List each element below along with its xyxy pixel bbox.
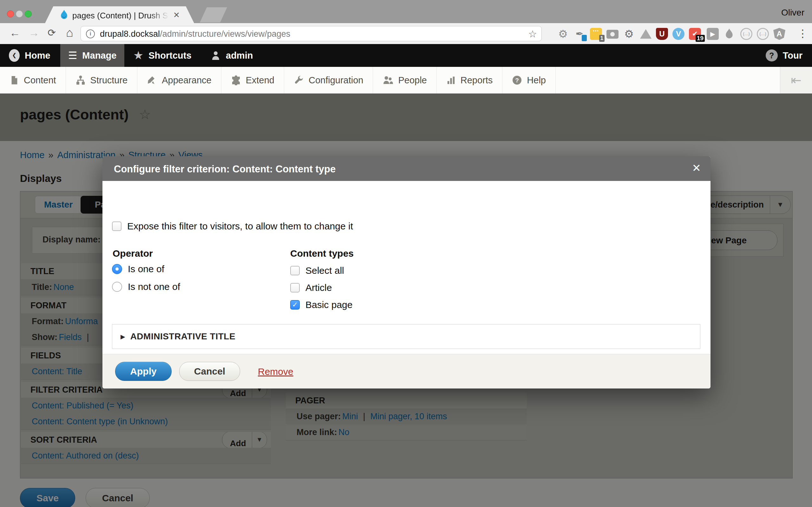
extension-todoist-icon[interactable]: ✔19 <box>689 28 701 40</box>
modal-cancel-button[interactable]: Cancel <box>179 362 240 381</box>
extension-drupal-icon[interactable] <box>723 29 735 41</box>
nav-item-configuration[interactable]: Configuration <box>284 67 373 94</box>
nav-item-content[interactable]: Content <box>0 67 66 94</box>
bar-chart-icon <box>446 75 456 85</box>
modal-footer: Apply Cancel Remove <box>102 354 711 389</box>
svg-text:?: ? <box>515 77 519 83</box>
expose-label[interactable]: Expose this filter to visitors, to allow… <box>127 222 353 231</box>
chrome-profile-name[interactable]: Oliver <box>781 8 804 18</box>
browser-toolbar: ← → ⟳ ⌂ i drupal8.docksal/admin/structur… <box>0 23 812 44</box>
user-icon <box>211 50 221 60</box>
extension-json-viewer-icon[interactable]: {…} <box>740 28 752 40</box>
is-one-of-radio[interactable] <box>112 264 122 274</box>
window-close-button[interactable] <box>7 10 14 17</box>
todoist-badge: 19 <box>696 35 705 42</box>
operator-group-label: Operator <box>113 248 153 259</box>
url-host: drupal8.docksal <box>100 29 160 39</box>
forward-icon[interactable]: → <box>29 27 39 38</box>
tab-close-icon[interactable]: ✕ <box>173 10 180 20</box>
drupal-admin-toolbar: ❮ Home ☰ Manage ★ Shortcuts admin ? Tour <box>0 44 812 67</box>
hamburger-icon: ☰ <box>68 50 78 60</box>
toolbar-shortcuts-button[interactable]: ★ Shortcuts <box>133 44 192 67</box>
extension-video-icon[interactable]: ▶ <box>707 28 719 40</box>
operator-is-not-one-of[interactable]: Is not one of <box>112 282 180 292</box>
details-arrow-icon: ▶ <box>120 333 125 340</box>
nav-item-help[interactable]: ? Help <box>502 67 556 94</box>
modal-body: ✓ Expose this filter to visitors, to all… <box>102 181 711 354</box>
sitemap-icon <box>75 75 86 85</box>
drupal-nav-bar: Content Structure Appearance Extend Conf… <box>0 67 812 94</box>
nav-item-appearance[interactable]: Appearance <box>137 67 221 94</box>
colorpicker-badge <box>582 35 587 41</box>
modal-header[interactable]: Configure filter criterion: Content: Con… <box>102 156 711 181</box>
nav-item-reports[interactable]: Reports <box>437 67 503 94</box>
extension-screenshot-icon[interactable] <box>606 30 618 39</box>
apply-button[interactable]: Apply <box>115 362 171 381</box>
window-minimize-button[interactable] <box>16 10 23 17</box>
home-chevron-icon: ❮ <box>9 49 20 62</box>
nav-item-structure[interactable]: Structure <box>66 67 138 94</box>
chrome-menu-icon[interactable]: ⋮ <box>798 28 808 39</box>
modal-title: Configure filter criterion: Content: Con… <box>114 164 336 175</box>
paintbrush-icon <box>147 75 157 85</box>
toolbar-collapse-button[interactable]: ⇤ <box>780 67 812 94</box>
extension-json-formatter-icon[interactable]: {…} <box>757 28 769 40</box>
extension-angular-icon[interactable]: A <box>773 28 785 40</box>
content-type-basic-page[interactable]: ✓ Basic page <box>290 300 352 309</box>
extension-gear-icon[interactable]: ⚙ <box>557 28 569 40</box>
puzzle-icon <box>231 75 241 85</box>
drupal-favicon <box>60 10 68 19</box>
url-text[interactable]: drupal8.docksal/admin/structure/views/vi… <box>100 29 290 39</box>
collapse-icon: ⇤ <box>791 73 802 87</box>
extension-lastpass-icon[interactable]: •••1 <box>590 28 602 40</box>
extension-colorpicker-icon[interactable]: ✒ <box>573 28 586 40</box>
reload-icon[interactable]: ⟳ <box>48 28 56 38</box>
content-type-select-all[interactable]: ✓ Select all <box>290 266 344 275</box>
browser-tab-bar: pages (Content) | Drush Site-In ✕ Oliver <box>0 0 812 23</box>
details-label: ADMINISTRATIVE TITLE <box>131 331 235 342</box>
wrench-icon <box>294 75 304 85</box>
tab-title: pages (Content) | Drush Site-In <box>72 11 169 20</box>
lastpass-badge: 1 <box>599 35 605 42</box>
file-icon <box>9 75 19 85</box>
help-icon: ? <box>512 75 522 85</box>
nav-item-extend[interactable]: Extend <box>221 67 284 94</box>
bookmark-star-icon[interactable]: ☆ <box>528 28 537 40</box>
url-path: /admin/structure/views/view/pages <box>160 29 290 39</box>
modal-close-icon[interactable]: ✕ <box>692 163 701 173</box>
extension-vimeo-icon[interactable]: V <box>672 28 684 40</box>
back-icon[interactable]: ← <box>9 27 20 38</box>
window-zoom-button[interactable] <box>25 10 32 17</box>
remove-link[interactable]: Remove <box>258 366 293 377</box>
extension-ublock-icon[interactable]: U <box>656 28 668 40</box>
operator-is-one-of[interactable]: Is one of <box>112 264 164 274</box>
people-icon <box>383 75 393 85</box>
home-icon[interactable]: ⌂ <box>66 26 73 39</box>
nav-item-people[interactable]: People <box>373 67 437 94</box>
site-info-icon[interactable]: i <box>86 30 95 38</box>
toolbar-manage-button[interactable]: ☰ Manage <box>60 44 124 67</box>
tour-question-icon: ? <box>766 49 778 61</box>
expose-checkbox[interactable]: ✓ <box>112 222 121 231</box>
expose-filter-field[interactable]: ✓ Expose this filter to visitors, to all… <box>112 222 353 231</box>
is-not-one-of-radio[interactable] <box>112 282 122 292</box>
url-bar[interactable]: i drupal8.docksal/admin/structure/views/… <box>81 26 542 41</box>
extension-settings-icon[interactable]: ⚙ <box>623 28 635 40</box>
toolbar-home-button[interactable]: ❮ Home <box>9 44 50 67</box>
article-checkbox[interactable]: ✓ <box>290 283 300 292</box>
toolbar-tour-button[interactable]: ? Tour <box>766 44 803 67</box>
content-types-group-label: Content types <box>290 248 354 259</box>
select-all-checkbox[interactable]: ✓ <box>290 266 300 275</box>
shortcuts-star-icon: ★ <box>133 50 143 61</box>
extension-drive-icon[interactable] <box>640 29 652 39</box>
browser-tab[interactable]: pages (Content) | Drush Site-In ✕ <box>45 6 194 23</box>
basic-page-checkbox[interactable]: ✓ <box>290 300 300 309</box>
toolbar-user-button[interactable]: admin <box>211 44 253 67</box>
administrative-title-details[interactable]: ▶ ADMINISTRATIVE TITLE <box>112 324 700 349</box>
filter-criterion-modal: Configure filter criterion: Content: Con… <box>102 156 711 388</box>
content-type-article[interactable]: ✓ Article <box>290 283 332 292</box>
new-tab-button[interactable] <box>200 7 227 22</box>
